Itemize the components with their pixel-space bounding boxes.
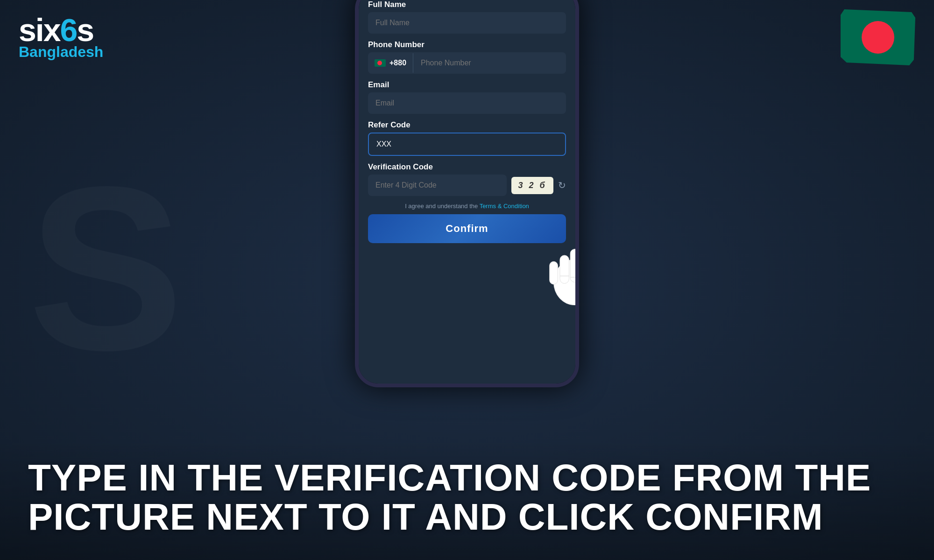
phone-number-input[interactable] xyxy=(413,52,566,74)
flag-container xyxy=(841,9,915,65)
flag-brush xyxy=(841,9,915,65)
refer-code-section: Refer Code xyxy=(368,120,566,156)
refresh-icon[interactable]: ↻ xyxy=(558,180,566,191)
verification-row: 3 2 б ↻ xyxy=(368,175,566,196)
logo-text: six6s xyxy=(19,14,103,46)
phone-screen: Full Name Phone Number +880 Email Refer … xyxy=(359,0,575,384)
logo-accent: 6 xyxy=(60,12,77,48)
confirm-button[interactable]: Confirm xyxy=(368,214,566,243)
terms-text: I agree and understand the Terms & Condi… xyxy=(368,203,566,210)
hand-cursor xyxy=(542,237,579,311)
captcha-display: 3 2 б xyxy=(511,177,553,194)
email-input[interactable] xyxy=(368,92,566,114)
terms-prefix: I agree and understand the xyxy=(405,203,480,210)
refer-code-input[interactable] xyxy=(368,133,566,156)
email-section: Email xyxy=(368,80,566,114)
logo: six6s Bangladesh xyxy=(19,14,103,61)
bottom-text: TYPE IN THE VERIFICATION CODE FROM THE P… xyxy=(0,440,934,560)
headline-line2: PICTURE NEXT TO IT AND CLICK CONFIRM xyxy=(28,497,906,537)
full-name-input[interactable] xyxy=(368,12,566,34)
phone-prefix[interactable]: +880 xyxy=(368,53,413,73)
verification-section: Verification Code 3 2 б ↻ xyxy=(368,162,566,196)
full-name-section: Full Name xyxy=(368,0,566,34)
flag-circle xyxy=(862,21,894,54)
svg-rect-3 xyxy=(560,255,569,283)
phone-label: Phone Number xyxy=(368,40,566,49)
phone-code: +880 xyxy=(389,59,406,67)
email-label: Email xyxy=(368,80,566,90)
phone-section: Phone Number +880 xyxy=(368,40,566,74)
phone-input-row: +880 xyxy=(368,52,566,74)
phone-mockup: Full Name Phone Number +880 Email Refer … xyxy=(355,0,579,387)
logo-subtitle: Bangladesh xyxy=(19,43,103,61)
refer-code-label: Refer Code xyxy=(368,120,566,130)
verification-label: Verification Code xyxy=(368,162,566,172)
verification-input[interactable] xyxy=(368,175,507,196)
headline-line1: TYPE IN THE VERIFICATION CODE FROM THE xyxy=(28,458,906,497)
svg-rect-4 xyxy=(550,261,558,284)
full-name-label: Full Name xyxy=(368,0,566,9)
bd-flag-small xyxy=(375,59,386,67)
terms-link[interactable]: Terms & Condition xyxy=(480,203,529,210)
bottom-headline: TYPE IN THE VERIFICATION CODE FROM THE P… xyxy=(28,458,906,537)
bg-letter-s: S xyxy=(28,152,184,385)
